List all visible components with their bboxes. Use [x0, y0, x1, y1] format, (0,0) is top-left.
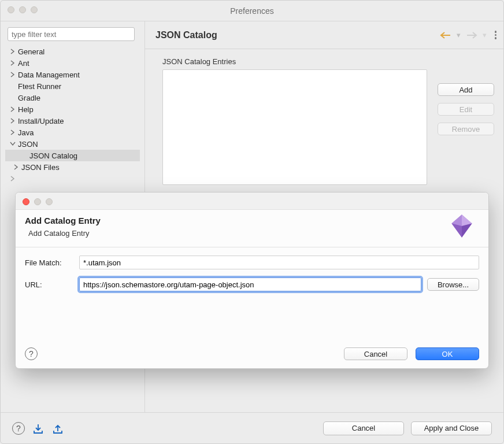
export-icon[interactable] — [51, 423, 64, 434]
tree-item-java[interactable]: Java — [5, 127, 140, 138]
tree-item-help[interactable]: Help — [5, 103, 140, 115]
tree-item-label: Data Management — [17, 71, 80, 79]
tree-item-label: Ant — [17, 59, 29, 68]
chevron-right-icon — [9, 130, 17, 135]
chevron-right-icon — [9, 118, 17, 124]
dialog-footer: ? Cancel OK — [16, 342, 488, 368]
dialog-help-icon[interactable]: ? — [25, 347, 38, 360]
cancel-button[interactable]: Cancel — [323, 421, 404, 435]
file-match-input[interactable] — [79, 256, 479, 269]
dialog-form: File Match: URL: Browse... — [16, 256, 488, 342]
tree-item-json[interactable]: JSON — [5, 138, 140, 150]
tree-item-ftest-runner[interactable]: Ftest Runner — [5, 80, 140, 92]
tree-item-json-catalog[interactable]: JSON Catalog — [5, 150, 140, 161]
window-title: Preferences — [230, 6, 273, 16]
dialog-traffic-lights — [23, 198, 53, 205]
edit-button: Edit — [438, 103, 494, 116]
divider — [16, 247, 488, 247]
entries-side-buttons: Add Edit Remove — [438, 83, 494, 185]
close-window-icon[interactable] — [8, 6, 14, 13]
zoom-window-icon[interactable] — [31, 6, 38, 13]
catalog-entries-list[interactable] — [162, 69, 427, 185]
window-titlebar: Preferences — [1, 1, 503, 21]
chevron-right-icon — [12, 164, 20, 170]
tree-item-label: JSON Files — [20, 163, 60, 172]
file-match-row: File Match: — [25, 256, 479, 269]
dialog-ok-button[interactable]: OK — [416, 347, 479, 360]
main-header: JSON Catalog ▾ ▾ — [145, 21, 503, 49]
group-label: JSON Catalog Entries — [162, 57, 494, 66]
page-title: JSON Catalog — [155, 30, 217, 40]
remove-button: Remove — [438, 123, 494, 135]
chevron-down-icon — [9, 142, 17, 146]
tree-item-ant[interactable]: Ant — [5, 57, 140, 69]
nav-back-button[interactable] — [439, 31, 452, 39]
dialog-header: Add Catalog Entry Add Catalog Entry — [16, 210, 488, 241]
help-icon[interactable]: ? — [12, 422, 25, 435]
url-input[interactable] — [79, 278, 421, 291]
url-label: URL: — [25, 280, 73, 289]
nav-forward-button[interactable] — [465, 31, 478, 39]
tree-item-label: Gradle — [17, 94, 40, 102]
tree-item-label: JSON — [17, 140, 38, 149]
tree-item-label: Help — [17, 105, 34, 114]
chevron-right-icon — [9, 72, 17, 77]
tree-item-label: Install/Update — [17, 117, 64, 125]
tree-item-label: JSON Catalog — [28, 151, 77, 160]
tree-item-data-management[interactable]: Data Management — [5, 69, 140, 80]
tree-item-hidden[interactable] — [5, 173, 140, 184]
preferences-footer: ? Cancel Apply and Close — [1, 412, 503, 443]
tree-item-general[interactable]: General — [5, 46, 140, 57]
tree-item-gradle[interactable]: Gradle — [5, 92, 140, 103]
tree-item-install-update[interactable]: Install/Update — [5, 115, 140, 127]
browse-button[interactable]: Browse... — [427, 278, 479, 291]
window-traffic-lights — [8, 6, 38, 13]
url-row: URL: Browse... — [25, 278, 479, 291]
minimize-dialog-icon — [34, 198, 41, 205]
dialog-subtitle: Add Catalog Entry — [25, 229, 479, 238]
dialog-cancel-button[interactable]: Cancel — [344, 347, 407, 360]
tree-item-label: Java — [17, 128, 34, 137]
add-button[interactable]: Add — [438, 83, 494, 96]
nav-history: ▾ ▾ — [439, 31, 497, 39]
dialog-title: Add Catalog Entry — [25, 216, 479, 225]
minimize-window-icon[interactable] — [19, 6, 26, 13]
tree-item-label: Ftest Runner — [17, 82, 61, 91]
chevron-right-icon — [9, 176, 17, 182]
close-dialog-icon[interactable] — [23, 198, 29, 205]
zoom-dialog-icon — [46, 198, 53, 205]
add-catalog-entry-dialog: Add Catalog Entry Add Catalog Entry File… — [15, 192, 489, 369]
overflow-menu-icon[interactable] — [495, 31, 497, 39]
dialog-titlebar — [16, 193, 488, 210]
chevron-right-icon — [9, 106, 17, 112]
apply-and-close-button[interactable]: Apply and Close — [411, 421, 492, 435]
import-icon[interactable] — [32, 423, 45, 434]
tree-item-label: General — [17, 47, 45, 56]
tree-item-json-files[interactable]: JSON Files — [5, 161, 140, 173]
filter-input[interactable] — [8, 27, 135, 41]
chevron-right-icon — [9, 60, 17, 66]
chevron-right-icon — [9, 49, 17, 54]
file-match-label: File Match: — [25, 258, 73, 267]
wizard-gem-icon — [449, 213, 475, 239]
